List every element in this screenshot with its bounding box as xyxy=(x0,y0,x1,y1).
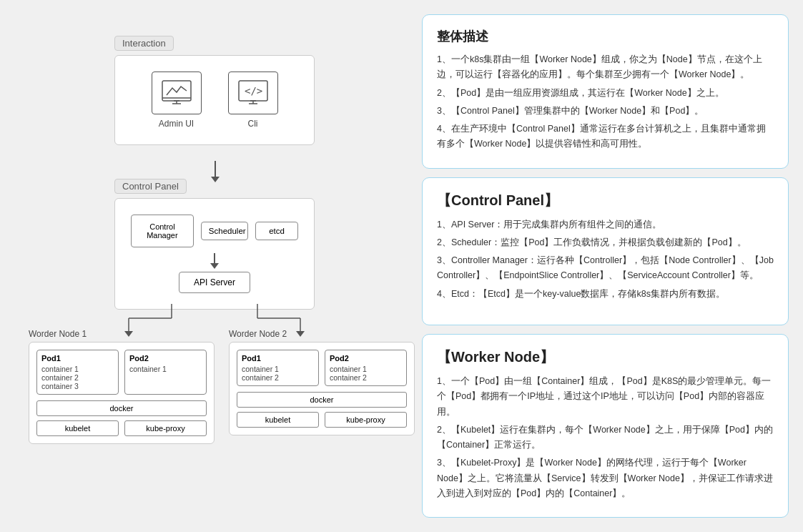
card2-title: 【Control Panel】 xyxy=(437,191,774,210)
card3-p2: 2、【Kubelet】运行在集群内，每个【Worker Node】之上，用于保障… xyxy=(437,423,774,453)
pods-row-1: Pod1 container 1 container 2 container 3… xyxy=(36,350,207,395)
card-worker-node: 【Worker Node】 1、一个【Pod】由一组【Container】组成，… xyxy=(422,334,789,518)
kube-proxy-1: kube-proxy xyxy=(124,420,207,436)
control-panel-box: Control Manager Scheduler etcd xyxy=(114,198,315,310)
control-manager-box: Control Manager xyxy=(131,215,194,247)
interaction-label: Interaction xyxy=(114,36,174,51)
card2-p3: 3、Controller Manager：运行各种【Controller】，包括… xyxy=(437,253,774,284)
card2-p2: 2、Scheduler：监控【Pod】工作负载情况，并根据负载创建新的【Pod】… xyxy=(437,235,774,250)
kube-proxy-2: kube-proxy xyxy=(325,412,407,428)
kubelet-2: kubelet xyxy=(237,412,319,428)
control-panel-label: Control Panel xyxy=(114,179,187,194)
pod1-node1: Pod1 container 1 container 2 container 3 xyxy=(36,350,119,395)
worker-box-2: Pod1 container 1 container 2 Pod2 contai… xyxy=(229,342,415,435)
pods-row-2: Pod1 container 1 container 2 Pod2 contai… xyxy=(237,350,407,386)
card2-p1: 1、API Server：用于完成集群内所有组件之间的通信。 xyxy=(437,217,774,232)
etcd-label: etcd xyxy=(269,227,285,235)
pod1-node1-c2: container 2 xyxy=(41,373,114,382)
control-manager-label: Control Manager xyxy=(147,222,177,240)
card3-p1: 1、一个【Pod】由一组【Container】组成，【Pod】是K8S的最少管理… xyxy=(437,374,774,420)
cp-top-row: Control Manager Scheduler etcd xyxy=(131,215,298,247)
pod2-node1-title: Pod2 xyxy=(129,354,202,363)
worker-node-2-label: Worder Node 2 xyxy=(229,329,415,339)
cp-arrow xyxy=(210,253,219,269)
admin-ui-icon-box xyxy=(152,72,202,114)
worker-node-1: Worder Node 1 Pod1 container 1 container… xyxy=(29,329,215,444)
pod2-node2-title: Pod2 xyxy=(330,354,402,363)
card2-p4: 4、Etcd：【Etcd】是一个key-value数据库，存储k8s集群内所有数… xyxy=(437,287,774,302)
pod1-node2: Pod1 container 1 container 2 xyxy=(237,350,319,386)
admin-ui-item: Admin UI xyxy=(152,72,202,129)
pod2-node2-c1: container 1 xyxy=(330,365,402,373)
kubelet-1: kubelet xyxy=(36,420,119,436)
worker-box-1: Pod1 container 1 container 2 container 3… xyxy=(29,342,215,444)
pod1-node1-c3: container 3 xyxy=(41,382,114,390)
pod1-node2-title: Pod1 xyxy=(242,354,314,363)
pod2-node1-c1: container 1 xyxy=(129,365,202,373)
worker-node-2: Worder Node 2 Pod1 container 1 container… xyxy=(229,329,415,444)
card1-body: 1、一个k8s集群由一组【Worker Node】组成，你之为【Node】节点，… xyxy=(437,52,774,152)
diagram: Interaction xyxy=(14,21,400,511)
docker-bar-2: docker xyxy=(237,392,407,408)
cli-item: </> Cli xyxy=(228,72,278,129)
etcd-box: etcd xyxy=(255,222,298,240)
cli-icon-box: </> xyxy=(228,72,278,114)
cli-icon: </> xyxy=(237,79,269,107)
interaction-box: Admin UI </> Cl xyxy=(114,55,315,145)
interaction-section: Interaction xyxy=(114,36,315,145)
control-panel-section: Control Panel Control Manager Scheduler … xyxy=(114,179,315,310)
card3-body: 1、一个【Pod】由一组【Container】组成，【Pod】是K8S的最少管理… xyxy=(437,374,774,501)
card1-p3: 3、【Control Panel】管理集群中的【Worker Node】和【Po… xyxy=(437,104,774,119)
svg-text:</>: </> xyxy=(245,85,262,97)
card-control-panel: 【Control Panel】 1、API Server：用于完成集群内所有组件… xyxy=(422,177,789,326)
scheduler-label: Scheduler xyxy=(209,227,246,235)
interaction-icons: Admin UI </> Cl xyxy=(124,64,305,136)
card3-title: 【Worker Node】 xyxy=(437,348,774,367)
docker-bar-1: docker xyxy=(36,400,207,416)
cp-inner: Control Manager Scheduler etcd xyxy=(124,207,305,300)
left-panel: Interaction xyxy=(0,0,415,532)
cli-label: Cli xyxy=(248,119,258,129)
scheduler-box: Scheduler xyxy=(201,222,248,240)
pod1-node2-c1: container 1 xyxy=(242,365,314,373)
card1-p2: 2、【Pod】是由一组应用资源组成，其运行在【Worker Node】之上。 xyxy=(437,86,774,101)
card-overview: 整体描述 1、一个k8s集群由一组【Worker Node】组成，你之为【Nod… xyxy=(422,14,789,169)
api-server-box: API Server xyxy=(179,272,250,293)
pod2-node2: Pod2 container 1 container 2 xyxy=(325,350,407,386)
api-server-label: API Server xyxy=(194,277,235,287)
card1-title: 整体描述 xyxy=(437,28,774,45)
worker-section: Worder Node 1 Pod1 container 1 container… xyxy=(29,329,415,444)
worker-node-1-label: Worder Node 1 xyxy=(29,329,215,339)
pod2-node1: Pod2 container 1 xyxy=(124,350,207,395)
card1-p1: 1、一个k8s集群由一组【Worker Node】组成，你之为【Node】节点，… xyxy=(437,52,774,83)
admin-ui-label: Admin UI xyxy=(159,119,194,129)
pod1-node2-c2: container 2 xyxy=(242,373,314,382)
pod1-node1-c1: container 1 xyxy=(41,365,114,373)
pod1-node1-title: Pod1 xyxy=(41,354,114,363)
card1-p4: 4、在生产环境中【Control Panel】通常运行在多台计算机之上，且集群中… xyxy=(437,122,774,152)
card3-p3: 3、【Kubelet-Proxy】是【Worker Node】的网络代理，运行于… xyxy=(437,455,774,501)
bottom-row-1: kubelet kube-proxy xyxy=(36,420,207,436)
bottom-row-2: kubelet kube-proxy xyxy=(237,412,407,428)
admin-ui-icon xyxy=(161,79,192,107)
card2-body: 1、API Server：用于完成集群内所有组件之间的通信。 2、Schedul… xyxy=(437,217,774,302)
pod2-node2-c2: container 2 xyxy=(330,373,402,382)
right-panel: 整体描述 1、一个k8s集群由一组【Worker Node】组成，你之为【Nod… xyxy=(415,0,803,532)
